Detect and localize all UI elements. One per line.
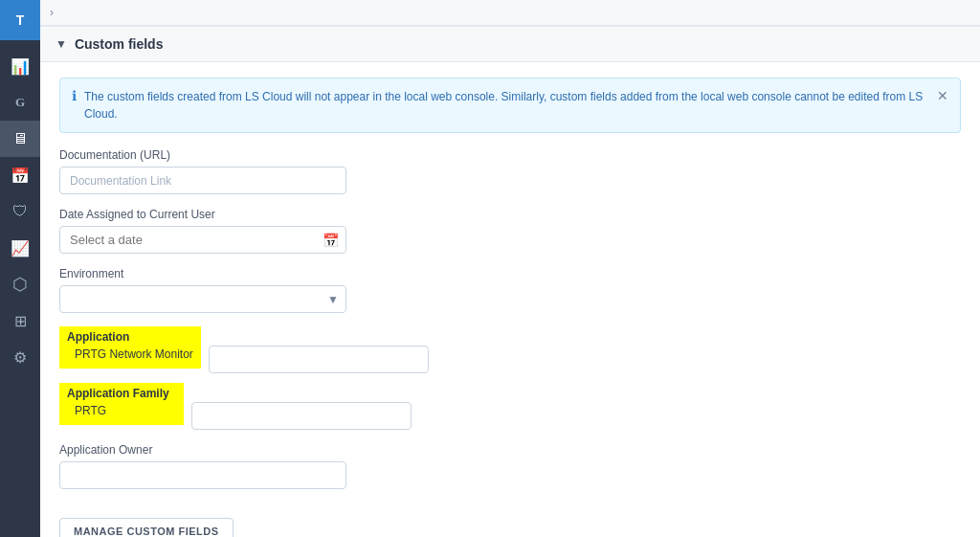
custom-fields-body: ℹ The custom fields created from LS Clou… xyxy=(40,62,980,537)
environment-select[interactable]: Production Staging Development Testing xyxy=(59,285,346,313)
sidebar-item-desktop[interactable]: 🖥 xyxy=(0,121,40,157)
manage-custom-fields-button[interactable]: MANAGE CUSTOM FIELDS xyxy=(59,518,234,537)
sidebar-item-nodes[interactable]: ⬡ xyxy=(0,266,40,302)
application-owner-input[interactable] xyxy=(59,461,346,489)
sidebar-item-settings[interactable]: ⚙ xyxy=(0,339,40,375)
info-text: The custom fields created from LS Cloud … xyxy=(84,88,929,123)
info-banner: ℹ The custom fields created from LS Clou… xyxy=(59,78,961,133)
sidebar-item-monitor[interactable]: 📊 xyxy=(0,48,40,84)
application-family-highlight: Application Family PRTG xyxy=(59,383,184,425)
date-assigned-label: Date Assigned to Current User xyxy=(59,208,961,221)
sidebar-item-report[interactable]: 📈 xyxy=(0,230,40,266)
application-input[interactable] xyxy=(209,346,429,373)
environment-select-wrapper: Production Staging Development Testing ▼ xyxy=(59,285,346,313)
sidebar-item-calendar[interactable]: 📅 xyxy=(0,157,40,193)
application-sublabel: PRTG Network Monitor xyxy=(67,347,193,361)
sidebar: T 📊 G 🖥 📅 🛡 📈 ⬡ ⊞ ⚙ xyxy=(0,0,40,537)
environment-label: Environment xyxy=(59,267,961,280)
avatar: T xyxy=(0,0,40,40)
application-family-sublabel: PRTG xyxy=(67,404,176,417)
sidebar-item-graph[interactable]: G xyxy=(0,84,40,121)
content-area: ▼ Custom fields ℹ The custom fields crea… xyxy=(40,26,980,537)
custom-fields-header[interactable]: ▼ Custom fields xyxy=(40,27,980,62)
documentation-url-label: Documentation (URL) xyxy=(59,148,961,162)
application-family-input[interactable] xyxy=(191,402,412,430)
documentation-url-input[interactable] xyxy=(59,167,346,194)
date-assigned-group: Date Assigned to Current User 📅 xyxy=(59,208,961,254)
info-icon: ℹ xyxy=(72,88,77,103)
environment-group: Environment Production Staging Developme… xyxy=(59,267,961,313)
main-area: › ▼ Custom fields ℹ The custom fields cr… xyxy=(40,0,980,537)
application-highlight: Application PRTG Network Monitor xyxy=(59,326,201,369)
date-input-wrapper: 📅 xyxy=(59,226,346,254)
sidebar-item-grid[interactable]: ⊞ xyxy=(0,302,40,339)
chevron-down-icon: ▼ xyxy=(56,37,67,51)
date-assigned-input[interactable] xyxy=(59,226,346,254)
custom-fields-title: Custom fields xyxy=(75,36,164,52)
application-owner-label: Application Owner xyxy=(59,443,961,457)
documentation-url-group: Documentation (URL) xyxy=(59,148,961,194)
close-icon[interactable]: ✕ xyxy=(937,88,948,103)
application-owner-group: Application Owner xyxy=(59,443,961,489)
application-label: Application xyxy=(67,330,193,344)
sidebar-item-shield[interactable]: 🛡 xyxy=(0,193,40,230)
expand-arrow[interactable]: › xyxy=(40,0,980,26)
application-family-label: Application Family xyxy=(67,387,176,400)
custom-fields-section: ▼ Custom fields ℹ The custom fields crea… xyxy=(40,26,980,537)
